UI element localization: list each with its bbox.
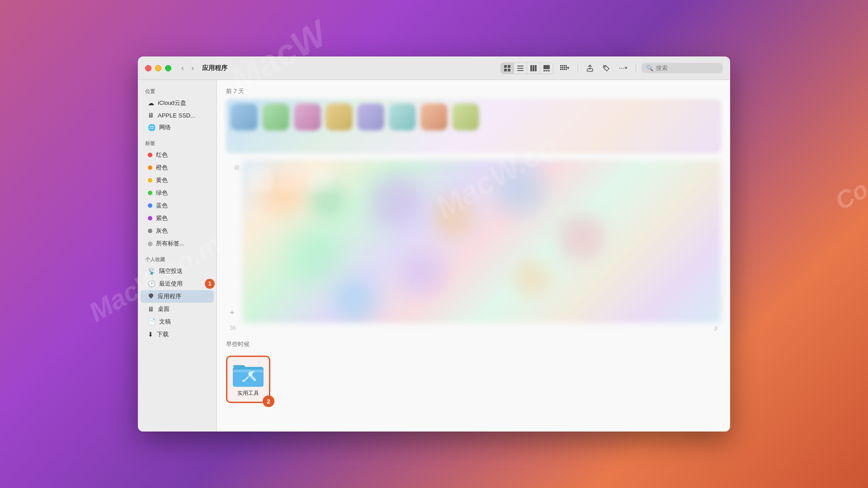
sidebar-item-downloads-label: 下载 <box>157 330 169 338</box>
sidebar-item-gray-label: 灰色 <box>156 227 168 235</box>
gray-dot <box>148 229 152 233</box>
green-dot <box>148 191 152 195</box>
svg-rect-30 <box>233 370 264 372</box>
network-icon: 🌐 <box>148 124 156 131</box>
close-button[interactable] <box>145 65 151 71</box>
sidebar-item-icloud-label: iCloud云盘 <box>158 99 186 107</box>
search-input[interactable] <box>656 65 715 71</box>
content-area: 前 7 天 ▲ <box>217 80 730 432</box>
window-title: 应用程序 <box>202 64 227 72</box>
view-gallery-button[interactable] <box>540 63 553 74</box>
folder-label-utilities: 实用工具 <box>237 389 259 397</box>
sidebar-item-airdrop-label: 隔空投送 <box>159 267 183 275</box>
badge-1: 1 <box>205 279 215 289</box>
main-area: 位置 ☁ iCloud云盘 🖥 APPLE SSD... 🌐 网络 标签 红色 <box>138 80 730 432</box>
yellow-dot <box>148 178 152 183</box>
marker-36: 前 <box>234 164 240 172</box>
tag-button[interactable] <box>600 63 613 74</box>
folder-icon-utilities <box>232 361 264 388</box>
sidebar-item-green[interactable]: 绿色 <box>141 187 214 199</box>
section-recent-7days: 前 7 天 ▲ <box>226 87 721 153</box>
items-grid: 实用工具 2 <box>226 352 721 407</box>
search-bar: 🔍 <box>642 63 723 73</box>
desktop-icon: 🖥 <box>148 305 154 313</box>
sidebar-item-orange[interactable]: 橙色 <box>141 161 214 174</box>
minimize-button[interactable] <box>155 65 161 71</box>
sidebar-item-ssd[interactable]: 🖥 APPLE SSD... <box>141 109 214 121</box>
finder-window: ‹ › 应用程序 <box>138 56 730 432</box>
sidebar-item-purple[interactable]: 紫色 <box>141 212 214 225</box>
sidebar-item-gray[interactable]: 灰色 <box>141 225 214 237</box>
svg-rect-10 <box>543 65 550 69</box>
svg-rect-11 <box>543 70 545 71</box>
svg-rect-24 <box>564 69 565 70</box>
toolbar-divider-2 <box>636 64 636 73</box>
sidebar-item-yellow-label: 黄色 <box>156 176 168 184</box>
svg-rect-6 <box>517 70 524 71</box>
sidebar-item-network[interactable]: 🌐 网络 <box>141 121 214 134</box>
plus-button[interactable]: + <box>230 308 235 318</box>
sidebar-item-apps[interactable]: 应用程序 <box>141 290 214 303</box>
view-columns-button[interactable] <box>527 63 540 74</box>
view-list-button[interactable] <box>514 63 527 74</box>
back-button[interactable]: ‹ <box>179 62 187 74</box>
watermark-right: Co <box>830 174 868 216</box>
sidebar-item-desktop-label: 桌面 <box>158 305 170 313</box>
svg-rect-14 <box>560 65 561 66</box>
svg-rect-18 <box>560 67 561 68</box>
sidebar-item-all-tags[interactable]: ◎ 所有标签... <box>141 237 214 250</box>
svg-rect-22 <box>560 69 561 70</box>
document-icon: 📄 <box>148 318 156 325</box>
folder-item-utilities[interactable]: 实用工具 2 <box>226 356 270 403</box>
section-label-earlier: 早些时候 <box>226 340 721 348</box>
section-earlier: 早些时候 <box>226 340 721 407</box>
marker-p: p <box>714 325 717 331</box>
view-grid-button[interactable] <box>501 63 514 74</box>
sidebar-item-red[interactable]: 红色 <box>141 149 214 161</box>
purple-dot <box>148 216 152 221</box>
svg-rect-13 <box>548 70 550 71</box>
svg-point-31 <box>243 380 245 382</box>
sidebar-item-downloads[interactable]: ⬇ 下载 <box>141 328 214 341</box>
svg-rect-20 <box>564 67 565 68</box>
sidebar-item-blue[interactable]: 蓝色 <box>141 199 214 212</box>
sidebar-item-red-label: 红色 <box>156 151 168 159</box>
sidebar-item-icloud[interactable]: ☁ iCloud云盘 <box>141 97 214 109</box>
sidebar-item-documents[interactable]: 📄 文稿 <box>141 315 214 328</box>
svg-rect-15 <box>562 65 563 66</box>
search-icon: 🔍 <box>646 65 653 71</box>
maximize-button[interactable] <box>165 65 171 71</box>
section-markers: 36 p <box>226 325 721 331</box>
blue-dot <box>148 203 152 208</box>
view-toggle-group <box>500 62 553 74</box>
svg-point-27 <box>604 66 605 67</box>
blurred-apps-7days: ▲ <box>226 99 721 153</box>
title-bar: ‹ › 应用程序 <box>138 56 730 80</box>
more-views-button[interactable]: ▾ <box>557 63 572 74</box>
recent-icon: 🕐 <box>148 280 156 287</box>
svg-rect-16 <box>564 65 565 66</box>
section-recent: 前 <box>226 160 721 331</box>
sidebar-item-yellow[interactable]: 黄色 <box>141 174 214 187</box>
all-tags-icon: ◎ <box>148 240 152 247</box>
svg-rect-5 <box>517 68 524 69</box>
svg-rect-2 <box>504 69 507 71</box>
forward-button[interactable]: › <box>189 62 197 74</box>
traffic-lights <box>145 65 171 71</box>
sidebar-item-desktop[interactable]: 🖥 桌面 <box>141 303 214 315</box>
svg-rect-8 <box>533 65 534 71</box>
download-icon: ⬇ <box>148 331 153 338</box>
drive-icon: 🖥 <box>148 112 154 119</box>
sidebar-item-purple-label: 紫色 <box>156 214 168 222</box>
section-label-7days: 前 7 天 <box>226 87 721 95</box>
sidebar-item-recent[interactable]: 🕐 最近使用 1 <box>141 277 214 290</box>
sidebar-item-airdrop[interactable]: 📡 隔空投送 <box>141 265 214 277</box>
toolbar-divider-1 <box>578 64 578 73</box>
svg-rect-12 <box>546 70 547 71</box>
cloud-icon: ☁ <box>148 99 154 107</box>
more-options-button[interactable]: ···▾ <box>616 62 630 74</box>
airdrop-icon: 📡 <box>148 267 156 275</box>
share-button[interactable] <box>584 63 596 74</box>
badge-2: 2 <box>263 395 274 407</box>
sidebar-item-blue-label: 蓝色 <box>156 202 168 210</box>
